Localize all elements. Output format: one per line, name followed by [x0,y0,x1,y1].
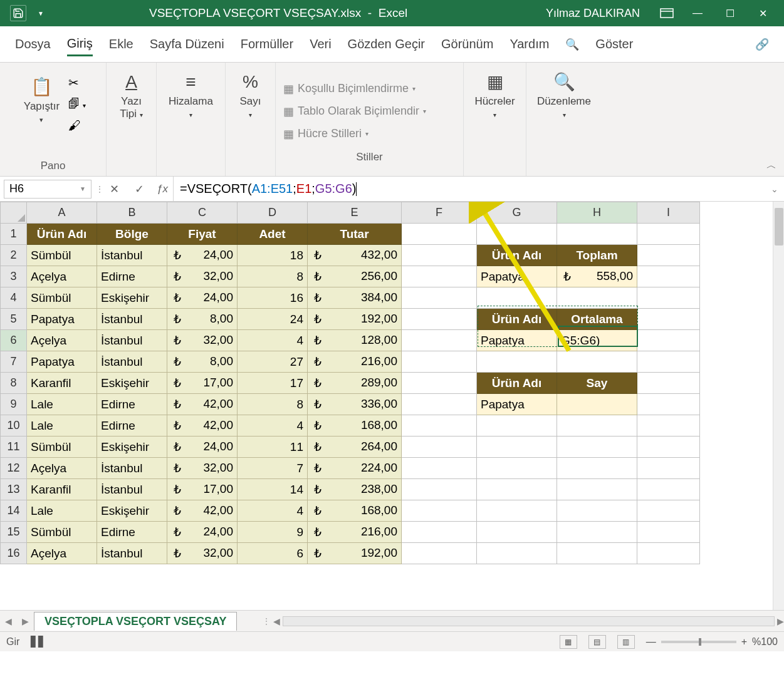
qat-dropdown-icon[interactable]: ▼ [38,10,44,17]
cell-B9[interactable]: Edirne [97,394,167,415]
cut-icon[interactable]: ✂ [68,75,86,90]
cell-B6[interactable]: İstanbul [97,330,167,351]
cell-D12[interactable]: 7 [238,458,308,479]
cell-A4[interactable]: Sümbül [27,287,97,309]
cells-group[interactable]: ▦Hücreler ▾ [471,66,518,123]
cell-E7[interactable]: ₺216,00 [308,351,402,373]
expand-formula-bar-icon[interactable]: ⌄ [765,184,784,194]
cell-B4[interactable]: Eskişehir [97,287,167,309]
row-header-8[interactable]: 8 [1,373,27,394]
fx-icon[interactable]: ƒx [152,177,174,201]
cell-F7[interactable] [402,351,477,373]
cell-D8[interactable]: 17 [238,373,308,394]
paste-button[interactable]: 📋 Yapıştır▾ [20,71,63,128]
cell-G11[interactable] [477,437,557,458]
zoom-slider[interactable] [661,641,736,643]
cell-F3[interactable] [402,266,477,287]
save-icon[interactable] [10,5,26,21]
select-all-corner[interactable] [1,202,27,224]
cell-I11[interactable] [637,437,700,458]
cell-C7[interactable]: ₺8,00 [167,351,238,373]
page-break-view-button[interactable]: ▥ [617,635,635,649]
collapse-ribbon-icon[interactable]: ︿ [759,155,784,176]
spreadsheet-grid[interactable]: ABCDEFGHI1Ürün AdıBölgeFiyatAdetTutar2Sü… [0,202,784,610]
column-header-B[interactable]: B [97,202,167,224]
cell-C3[interactable]: ₺32,00 [167,266,238,287]
cell-A6[interactable]: Açelya [27,330,97,351]
cell-I2[interactable] [637,245,700,266]
tab-nav-next-icon[interactable]: ▶ [17,616,34,626]
row-header-3[interactable]: 3 [1,266,27,287]
row-header-11[interactable]: 11 [1,437,27,458]
cell-A9[interactable]: Lale [27,394,97,415]
cell-E13[interactable]: ₺238,00 [308,479,402,500]
cell-F6[interactable] [402,330,477,351]
cell-A11[interactable]: Sümbül [27,437,97,458]
row-header-10[interactable]: 10 [1,415,27,437]
cell-A16[interactable]: Açelya [27,543,97,564]
copy-icon[interactable]: 🗐 ▾ [68,98,86,111]
tab-nav-prev-icon[interactable]: ◀ [0,616,17,626]
cell-C14[interactable]: ₺42,00 [167,500,238,522]
cell-H14[interactable] [557,500,637,522]
cell-H9[interactable] [557,394,637,415]
cell-G9[interactable]: Papatya [477,394,557,415]
cell-F13[interactable] [402,479,477,500]
cell-H16[interactable] [557,543,637,564]
row-header-14[interactable]: 14 [1,500,27,522]
row-header-16[interactable]: 16 [1,543,27,564]
conditional-formatting-button[interactable]: ▦Koşullu Biçimlendirme ▾ [283,80,416,98]
horizontal-scrollbar[interactable] [283,616,775,626]
cell-B13[interactable]: İstanbul [97,479,167,500]
cell-C9[interactable]: ₺42,00 [167,394,238,415]
cell-A10[interactable]: Lale [27,415,97,437]
cell-E2[interactable]: ₺432,00 [308,245,402,266]
cell-G15[interactable] [477,522,557,543]
cell-A15[interactable]: Sümbül [27,522,97,543]
cell-D15[interactable]: 9 [238,522,308,543]
cell-B8[interactable]: Eskişehir [97,373,167,394]
cell-E11[interactable]: ₺264,00 [308,437,402,458]
cell-B15[interactable]: Edirne [97,522,167,543]
format-painter-icon[interactable]: 🖌 [68,118,86,133]
cell-B7[interactable]: İstanbul [97,351,167,373]
cell-G16[interactable] [477,543,557,564]
tab-veri[interactable]: Veri [310,33,331,55]
cell-A14[interactable]: Lale [27,500,97,522]
cell-C12[interactable]: ₺32,00 [167,458,238,479]
name-box[interactable]: H6▼ [4,180,91,199]
row-header-15[interactable]: 15 [1,522,27,543]
formula-input[interactable]: =VSEÇORT(A1:E51;E1;G5:G6) [174,182,765,196]
column-header-F[interactable]: F [402,202,477,224]
cell-F2[interactable] [402,245,477,266]
format-as-table-button[interactable]: ▦Tablo Olarak Biçimlendir ▾ [283,102,426,121]
cell-D13[interactable]: 14 [238,479,308,500]
zoom-in-button[interactable]: + [741,636,747,648]
cell-C11[interactable]: ₺24,00 [167,437,238,458]
cell-F9[interactable] [402,394,477,415]
cell-I10[interactable] [637,415,700,437]
cell-I5[interactable] [637,309,700,330]
tab-ekle[interactable]: Ekle [109,33,133,55]
cell-C15[interactable]: ₺24,00 [167,522,238,543]
cell-D1[interactable]: Adet [238,224,308,245]
close-button[interactable]: ✕ [746,8,779,19]
row-header-5[interactable]: 5 [1,309,27,330]
cell-D11[interactable]: 11 [238,437,308,458]
vertical-scrollbar[interactable] [773,202,784,610]
cell-B3[interactable]: Edirne [97,266,167,287]
cell-G13[interactable] [477,479,557,500]
cell-F16[interactable] [402,543,477,564]
cell-F14[interactable] [402,500,477,522]
cell-C6[interactable]: ₺32,00 [167,330,238,351]
cell-E16[interactable]: ₺192,00 [308,543,402,564]
row-header-2[interactable]: 2 [1,245,27,266]
cell-D2[interactable]: 18 [238,245,308,266]
cell-A1[interactable]: Ürün Adı [27,224,97,245]
cell-F15[interactable] [402,522,477,543]
cell-H10[interactable] [557,415,637,437]
cell-E9[interactable]: ₺336,00 [308,394,402,415]
cell-C8[interactable]: ₺17,00 [167,373,238,394]
normal-view-button[interactable]: ▦ [560,635,577,649]
cell-F10[interactable] [402,415,477,437]
